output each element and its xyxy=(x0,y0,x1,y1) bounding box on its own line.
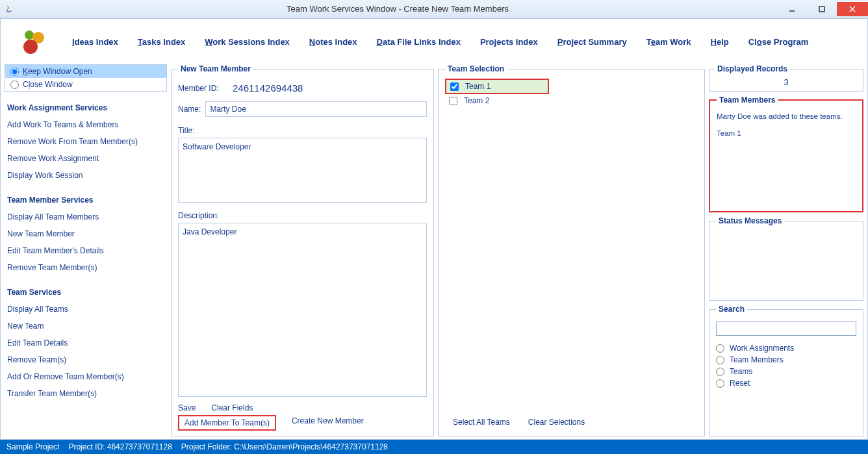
link-display-work-session[interactable]: Display Work Session xyxy=(7,171,167,180)
maximize-button[interactable] xyxy=(807,2,837,16)
menu-close-program[interactable]: Close Program xyxy=(748,37,809,47)
status-bar: Sample Project Project ID: 4642737370711… xyxy=(0,440,868,454)
clear-selections-button[interactable]: Clear Selections xyxy=(528,416,585,428)
search-radio-team-members[interactable]: Team Members xyxy=(716,355,856,364)
close-button[interactable] xyxy=(837,2,868,16)
menu-ideas-index[interactable]: Ideas Index xyxy=(72,37,118,47)
svg-point-6 xyxy=(23,40,38,54)
search-legend: Search xyxy=(716,305,747,314)
team-members-fieldset: Team Members Marty Doe was added to thes… xyxy=(709,95,863,212)
menu-data-file-links-index[interactable]: Data File Links Index xyxy=(377,37,461,47)
menu-help[interactable]: Help xyxy=(711,37,729,47)
name-label: Name: xyxy=(178,105,205,114)
team-selection-legend: Team Selection xyxy=(445,64,507,73)
link-add-remove-team-members[interactable]: Add Or Remove Team Member(s) xyxy=(7,372,167,381)
status-project-id: Project ID: 464273737071128 xyxy=(68,442,172,451)
new-team-member-fieldset: New Team Member Member ID: 2461142694438… xyxy=(171,64,434,436)
toolbar: Ideas Index Tasks Index Work Sessions In… xyxy=(1,19,867,64)
link-add-work[interactable]: Add Work To Teams & Members xyxy=(7,120,167,129)
link-transfer-team-members[interactable]: Transfer Team Member(s) xyxy=(7,389,167,398)
link-remove-work-from-member[interactable]: Remove Work From Team Member(s) xyxy=(7,137,167,146)
status-messages-legend: Status Messages xyxy=(716,216,784,225)
menu-notes-index[interactable]: Notes Index xyxy=(309,37,357,47)
link-display-all-teams[interactable]: Display All Teams xyxy=(7,305,167,314)
team-row-team2[interactable]: Team 2 xyxy=(445,94,698,107)
displayed-records-fieldset: Displayed Records 3 xyxy=(709,64,863,92)
displayed-records-legend: Displayed Records xyxy=(715,64,790,73)
description-label: Description: xyxy=(178,211,230,220)
clear-fields-button[interactable]: Clear Fields xyxy=(211,402,253,414)
search-radio-work-assignments[interactable]: Work Assignments xyxy=(716,344,856,353)
select-all-teams-button[interactable]: Select All Teams xyxy=(453,416,510,428)
link-edit-team-details[interactable]: Edit Team Details xyxy=(7,338,167,347)
status-project-folder: Project Folder: C:\Users\Darren\Projects… xyxy=(181,442,388,451)
title-label: Title: xyxy=(178,126,195,135)
work-assignment-heading: Work Assignment Services xyxy=(7,103,167,112)
status-messages-fieldset: Status Messages xyxy=(709,216,863,301)
team1-checkbox[interactable] xyxy=(450,82,459,91)
name-input[interactable] xyxy=(205,101,427,117)
menu-work-sessions-index[interactable]: Work Sessions Index xyxy=(205,37,290,47)
svg-point-4 xyxy=(25,31,34,40)
radio-keep-window-open[interactable]: Keep Window Open xyxy=(5,65,166,78)
menu-projects-index[interactable]: Projects Index xyxy=(480,37,538,47)
svg-rect-1 xyxy=(819,6,824,12)
search-fieldset: Search Work Assignments Team Members Tea… xyxy=(709,305,863,436)
team-member-heading: Team Member Services xyxy=(7,195,167,205)
title-input[interactable]: Software Developer xyxy=(178,138,427,203)
member-id-value: 2461142694438 xyxy=(233,82,303,94)
team-selection-fieldset: Team Selection Team 1 Team 2 Select All … xyxy=(438,64,705,436)
team-members-legend: Team Members xyxy=(717,95,778,105)
save-button[interactable]: Save xyxy=(178,402,196,414)
team-members-msg2: Team 1 xyxy=(717,129,856,137)
team1-label: Team 1 xyxy=(465,82,491,91)
menu-tasks-index[interactable]: Tasks Index xyxy=(138,37,185,47)
link-new-team-member[interactable]: New Team Member xyxy=(7,229,167,238)
link-display-all-members[interactable]: Display All Team Members xyxy=(7,212,167,221)
team2-label: Team 2 xyxy=(464,96,489,105)
link-edit-member-details[interactable]: Edit Team Member's Details xyxy=(7,246,167,255)
app-logo-icon xyxy=(14,25,53,58)
team-members-msg1: Marty Doe was added to these teams. xyxy=(717,112,856,120)
menu-project-summary[interactable]: Project Summary xyxy=(557,37,627,47)
displayed-count: 3 xyxy=(715,77,858,87)
status-project-name: Sample Project xyxy=(6,442,59,451)
title-bar: Team Work Services Window - Create New T… xyxy=(0,0,868,18)
window-title: Team Work Services Window - Create New T… xyxy=(18,4,777,14)
link-new-team[interactable]: New Team xyxy=(7,322,167,331)
member-id-label: Member ID: xyxy=(178,84,230,93)
minimize-button[interactable] xyxy=(777,2,807,16)
search-radio-teams[interactable]: Teams xyxy=(716,367,856,376)
radio-close-window[interactable]: Close Window xyxy=(5,78,166,91)
menu-team-work[interactable]: Team Work xyxy=(646,37,691,47)
sidebar: Keep Window Open Close Window Work Assig… xyxy=(5,64,167,436)
java-icon xyxy=(4,4,14,14)
add-member-to-teams-button[interactable]: Add Member To Team(s) xyxy=(178,415,276,431)
link-remove-team-members[interactable]: Remove Team Member(s) xyxy=(7,263,167,272)
create-new-member-button[interactable]: Create New Member xyxy=(292,415,364,431)
link-remove-teams[interactable]: Remove Team(s) xyxy=(7,355,167,364)
new-team-member-legend: New Team Member xyxy=(178,64,253,73)
search-radio-reset[interactable]: Reset xyxy=(716,379,856,388)
description-input[interactable]: Java Developer xyxy=(178,223,427,397)
team-services-heading: Team Services xyxy=(7,288,167,297)
team2-checkbox[interactable] xyxy=(449,97,457,105)
link-remove-work-assignment[interactable]: Remove Work Assignment xyxy=(7,154,167,163)
search-input[interactable] xyxy=(716,322,856,336)
team-row-team1[interactable]: Team 1 xyxy=(445,79,549,94)
